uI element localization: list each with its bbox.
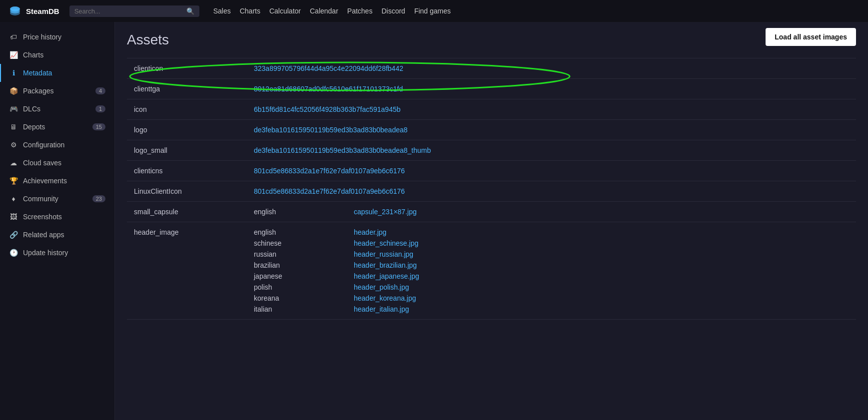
- lang-row: english capsule_231×87.jpg: [254, 208, 849, 216]
- table-row: clienttga 8012ea81d68607ad0dfc5610e61f17…: [127, 79, 856, 99]
- asset-hash-clienttga: 8012ea81d68607ad0dfc5610e61f17101373c1fd: [247, 79, 856, 99]
- load-assets-button[interactable]: Load all asset images: [766, 28, 856, 46]
- table-row: clienticns 801cd5e86833d2a1e7f62e7daf010…: [127, 161, 856, 181]
- info-icon: ℹ: [9, 69, 18, 77]
- sidebar-label-configuration: Configuration: [23, 141, 64, 149]
- sidebar-item-charts[interactable]: 📈 Charts: [0, 46, 114, 64]
- sidebar-item-packages[interactable]: 📦 Packages 4: [0, 82, 114, 100]
- main-content: Assets clienticon 323a899705796f44d4a95c…: [115, 22, 868, 420]
- sidebar-item-depots[interactable]: 🖥 Depots 15: [0, 118, 114, 136]
- diamond-icon: ♦: [9, 195, 18, 203]
- sidebar-label-charts: Charts: [23, 51, 43, 59]
- sidebar-label-cloud-saves: Cloud saves: [23, 159, 61, 167]
- sidebar-item-screenshots[interactable]: 🖼 Screenshots: [0, 208, 114, 226]
- table-row: icon 6b15f6d81c4fc52056f4928b363b7fac591…: [127, 99, 856, 120]
- lang-row: italian header_italian.jpg: [254, 305, 849, 313]
- sidebar-label-dlcs: DLCs: [23, 105, 40, 113]
- chart-icon: 📈: [9, 51, 18, 59]
- table-row: header_image english header.jpg schinese…: [127, 222, 856, 320]
- sidebar-item-community[interactable]: ♦ Community 23: [0, 190, 114, 208]
- file-link-header-italian[interactable]: header_italian.jpg: [354, 305, 409, 313]
- page-wrapper: 🏷 Price history 📈 Charts ℹ Metadata 📦 Pa…: [0, 22, 868, 420]
- search-input[interactable]: [74, 7, 183, 15]
- lang-label: english: [254, 228, 354, 236]
- file-link-header-japanese[interactable]: header_japanese.jpg: [354, 272, 419, 280]
- table-row: small_capsule english capsule_231×87.jpg: [127, 202, 856, 222]
- sidebar-label-achievements: Achievements: [23, 177, 67, 185]
- asset-link-clienticon[interactable]: 323a899705796f44d4a95c4e22094dd6f28fb442: [254, 64, 403, 72]
- lang-row: koreana header_koreana.jpg: [254, 294, 849, 302]
- asset-hash-logo-small: de3feba101615950119b59ed3b3ad83b0beadea8…: [247, 140, 856, 161]
- nav-sales[interactable]: Sales: [213, 7, 231, 15]
- sidebar-item-dlcs[interactable]: 🎮 DLCs 1: [0, 100, 114, 118]
- sidebar-item-configuration[interactable]: ⚙ Configuration: [0, 136, 114, 154]
- asset-name-icon: icon: [127, 99, 247, 120]
- file-link-header-russian[interactable]: header_russian.jpg: [354, 250, 413, 258]
- file-link-header-brazilian[interactable]: header_brazilian.jpg: [354, 261, 417, 269]
- lang-label: koreana: [254, 294, 354, 302]
- asset-link-clienticns[interactable]: 801cd5e86833d2a1e7f62e7daf0107a9eb6c6176: [254, 167, 405, 175]
- steamdb-icon: [8, 4, 22, 18]
- sidebar-item-related-apps[interactable]: 🔗 Related apps: [0, 226, 114, 244]
- asset-hash-logo: de3feba101615950119b59ed3b3ad83b0beadea8: [247, 120, 856, 140]
- nav-patches[interactable]: Patches: [347, 7, 373, 15]
- sidebar-item-price-history[interactable]: 🏷 Price history: [0, 28, 114, 46]
- asset-link-clienttga[interactable]: 8012ea81d68607ad0dfc5610e61f17101373c1fd: [254, 85, 403, 93]
- sidebar-label-metadata: Metadata: [23, 69, 52, 77]
- sidebar: 🏷 Price history 📈 Charts ℹ Metadata 📦 Pa…: [0, 22, 115, 420]
- asset-hash-linux-client-icon: 801cd5e86833d2a1e7f62e7daf0107a9eb6c6176: [247, 181, 856, 202]
- sidebar-item-achievements[interactable]: 🏆 Achievements: [0, 172, 114, 190]
- search-bar: 🔍: [69, 5, 199, 17]
- dlc-icon: 🎮: [9, 105, 18, 113]
- lang-row: english header.jpg: [254, 228, 849, 236]
- table-row: logo_small de3feba101615950119b59ed3b3ad…: [127, 140, 856, 161]
- lang-row: japanese header_japanese.jpg: [254, 272, 849, 280]
- sidebar-label-screenshots: Screenshots: [23, 213, 62, 221]
- sidebar-item-metadata[interactable]: ℹ Metadata: [0, 64, 114, 82]
- nav-calculator[interactable]: Calculator: [269, 7, 301, 15]
- file-link-header-schinese[interactable]: header_schinese.jpg: [354, 239, 418, 247]
- lang-label: english: [254, 208, 354, 216]
- nav-find-games[interactable]: Find games: [414, 7, 451, 15]
- asset-name-logo-small: logo_small: [127, 140, 247, 161]
- asset-lang-file-small-capsule: english capsule_231×87.jpg: [247, 202, 856, 222]
- svg-point-2: [10, 10, 20, 15]
- brand-logo[interactable]: SteamDB: [8, 4, 59, 18]
- asset-link-logo-small[interactable]: de3feba101615950119b59ed3b3ad83b0beadea8…: [254, 146, 431, 154]
- screenshot-icon: 🖼: [9, 213, 18, 221]
- table-row: LinuxClientIcon 801cd5e86833d2a1e7f62e7d…: [127, 181, 856, 202]
- asset-name-clienttga: clienttga: [127, 79, 247, 99]
- trophy-icon: 🏆: [9, 177, 18, 185]
- depot-icon: 🖥: [9, 123, 18, 131]
- asset-hash-clienticon: 323a899705796f44d4a95c4e22094dd6f28fb442: [247, 58, 856, 79]
- table-row: clienticon 323a899705796f44d4a95c4e22094…: [127, 58, 856, 79]
- clock-icon: 🕐: [9, 249, 18, 257]
- nav-discord[interactable]: Discord: [381, 7, 405, 15]
- asset-link-logo[interactable]: de3feba101615950119b59ed3b3ad83b0beadea8: [254, 126, 408, 134]
- nav-calendar[interactable]: Calendar: [310, 7, 338, 15]
- sidebar-item-cloud-saves[interactable]: ☁ Cloud saves: [0, 154, 114, 172]
- sidebar-label-related-apps: Related apps: [23, 231, 64, 239]
- file-link-header-en[interactable]: header.jpg: [354, 228, 386, 236]
- nav-charts[interactable]: Charts: [240, 7, 260, 15]
- lang-label: italian: [254, 305, 354, 313]
- asset-link-linux-client-icon[interactable]: 801cd5e86833d2a1e7f62e7daf0107a9eb6c6176: [254, 187, 405, 195]
- lang-label: russian: [254, 250, 354, 258]
- packages-badge: 4: [95, 87, 105, 94]
- assets-table-wrapper: clienticon 323a899705796f44d4a95c4e22094…: [127, 58, 856, 320]
- link-icon: 🔗: [9, 231, 18, 239]
- sidebar-item-update-history[interactable]: 🕐 Update history: [0, 244, 114, 262]
- lang-row: brazilian header_brazilian.jpg: [254, 261, 849, 269]
- asset-hash-clienticns: 801cd5e86833d2a1e7f62e7daf0107a9eb6c6176: [247, 161, 856, 181]
- file-link-header-polish[interactable]: header_polish.jpg: [354, 283, 409, 291]
- lang-row: russian header_russian.jpg: [254, 250, 849, 258]
- community-badge: 23: [92, 195, 105, 202]
- file-link-header-koreana[interactable]: header_koreana.jpg: [354, 294, 416, 302]
- assets-table: clienticon 323a899705796f44d4a95c4e22094…: [127, 58, 856, 320]
- config-icon: ⚙: [9, 141, 18, 149]
- asset-link-icon[interactable]: 6b15f6d81c4fc52056f4928b363b7fac591a945b: [254, 105, 401, 113]
- asset-name-clienticon: clienticon: [127, 58, 247, 79]
- file-link-capsule[interactable]: capsule_231×87.jpg: [354, 208, 417, 216]
- lang-label: japanese: [254, 272, 354, 280]
- asset-hash-icon: 6b15f6d81c4fc52056f4928b363b7fac591a945b: [247, 99, 856, 120]
